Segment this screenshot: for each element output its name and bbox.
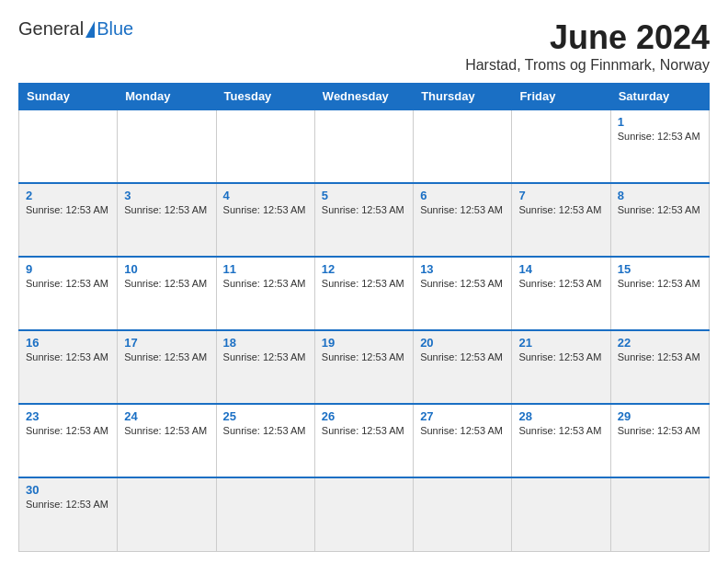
- logo: General Blue: [18, 18, 133, 40]
- sunrise-text: Sunrise: 12:53 AM: [124, 204, 207, 215]
- calendar-week-row: 23Sunrise: 12:53 AM24Sunrise: 12:53 AM25…: [19, 404, 710, 477]
- day-number: 12: [322, 262, 406, 276]
- sunrise-text: Sunrise: 12:53 AM: [618, 278, 700, 289]
- sunrise-text: Sunrise: 12:53 AM: [26, 499, 108, 510]
- sunrise-text: Sunrise: 12:53 AM: [518, 425, 601, 436]
- day-number: 17: [124, 336, 209, 350]
- calendar-day-cell: [19, 109, 118, 183]
- calendar-title: June 2024: [465, 18, 710, 57]
- calendar-week-row: 9Sunrise: 12:53 AM10Sunrise: 12:53 AM11S…: [19, 257, 710, 330]
- day-number: 13: [420, 262, 505, 276]
- sunrise-text: Sunrise: 12:53 AM: [420, 278, 503, 289]
- logo-triangle-icon: [85, 21, 95, 38]
- calendar-day-cell: [216, 109, 314, 183]
- calendar-day-cell: 25Sunrise: 12:53 AM: [216, 404, 314, 477]
- day-number: 28: [518, 409, 603, 423]
- sunrise-text: Sunrise: 12:53 AM: [322, 204, 404, 215]
- calendar-week-row: 1Sunrise: 12:53 AM: [19, 109, 710, 183]
- sunrise-text: Sunrise: 12:53 AM: [420, 425, 503, 436]
- calendar-table: SundayMondayTuesdayWednesdayThursdayFrid…: [18, 83, 710, 552]
- sunrise-text: Sunrise: 12:53 AM: [26, 351, 108, 362]
- day-number: 14: [518, 262, 603, 276]
- weekday-header-monday: Monday: [118, 84, 216, 110]
- day-number: 22: [618, 336, 702, 350]
- calendar-day-cell: 6Sunrise: 12:53 AM: [414, 183, 512, 257]
- calendar-day-cell: [314, 109, 413, 183]
- sunrise-text: Sunrise: 12:53 AM: [26, 204, 108, 215]
- calendar-day-cell: 3Sunrise: 12:53 AM: [118, 183, 216, 257]
- sunrise-text: Sunrise: 12:53 AM: [26, 278, 108, 289]
- calendar-day-cell: 12Sunrise: 12:53 AM: [314, 257, 413, 330]
- calendar-day-cell: [414, 109, 512, 183]
- day-number: 4: [223, 189, 308, 202]
- weekday-header-sunday: Sunday: [19, 84, 118, 110]
- calendar-week-row: 30Sunrise: 12:53 AM: [19, 477, 710, 551]
- calendar-day-cell: 1Sunrise: 12:53 AM: [610, 109, 709, 183]
- day-number: 18: [223, 336, 308, 350]
- day-number: 9: [26, 262, 110, 276]
- sunrise-text: Sunrise: 12:53 AM: [223, 425, 306, 436]
- calendar-day-cell: 2Sunrise: 12:53 AM: [19, 183, 118, 257]
- sunrise-text: Sunrise: 12:53 AM: [223, 204, 306, 215]
- calendar-day-cell: [216, 477, 314, 551]
- calendar-day-cell: 15Sunrise: 12:53 AM: [610, 257, 709, 330]
- day-number: 1: [618, 115, 702, 129]
- weekday-header-friday: Friday: [512, 84, 610, 110]
- day-number: 3: [124, 189, 209, 202]
- calendar-day-cell: 26Sunrise: 12:53 AM: [314, 404, 413, 477]
- calendar-day-cell: 14Sunrise: 12:53 AM: [512, 257, 610, 330]
- calendar-day-cell: 30Sunrise: 12:53 AM: [19, 477, 118, 551]
- weekday-header-row: SundayMondayTuesdayWednesdayThursdayFrid…: [19, 84, 710, 110]
- day-number: 15: [618, 262, 702, 276]
- sunrise-text: Sunrise: 12:53 AM: [124, 425, 207, 436]
- calendar-day-cell: 18Sunrise: 12:53 AM: [216, 330, 314, 404]
- calendar-day-cell: 13Sunrise: 12:53 AM: [414, 257, 512, 330]
- sunrise-text: Sunrise: 12:53 AM: [124, 351, 207, 362]
- weekday-header-thursday: Thursday: [414, 84, 512, 110]
- calendar-body: 1Sunrise: 12:53 AM2Sunrise: 12:53 AM3Sun…: [19, 109, 710, 551]
- day-number: 24: [124, 409, 209, 423]
- calendar-day-cell: 17Sunrise: 12:53 AM: [118, 330, 216, 404]
- sunrise-text: Sunrise: 12:53 AM: [518, 204, 601, 215]
- calendar-day-cell: [414, 477, 512, 551]
- sunrise-text: Sunrise: 12:53 AM: [618, 425, 700, 436]
- calendar-week-row: 2Sunrise: 12:53 AM3Sunrise: 12:53 AM4Sun…: [19, 183, 710, 257]
- sunrise-text: Sunrise: 12:53 AM: [223, 278, 306, 289]
- calendar-header: SundayMondayTuesdayWednesdayThursdayFrid…: [19, 84, 710, 110]
- calendar-day-cell: 8Sunrise: 12:53 AM: [610, 183, 709, 257]
- day-number: 6: [420, 189, 505, 202]
- day-number: 27: [420, 409, 505, 423]
- sunrise-text: Sunrise: 12:53 AM: [322, 425, 404, 436]
- day-number: 8: [618, 189, 702, 202]
- calendar-day-cell: 10Sunrise: 12:53 AM: [118, 257, 216, 330]
- sunrise-text: Sunrise: 12:53 AM: [26, 425, 108, 436]
- calendar-day-cell: 4Sunrise: 12:53 AM: [216, 183, 314, 257]
- day-number: 10: [124, 262, 209, 276]
- sunrise-text: Sunrise: 12:53 AM: [223, 351, 306, 362]
- sunrise-text: Sunrise: 12:53 AM: [420, 204, 503, 215]
- calendar-day-cell: 20Sunrise: 12:53 AM: [414, 330, 512, 404]
- calendar-day-cell: 24Sunrise: 12:53 AM: [118, 404, 216, 477]
- sunrise-text: Sunrise: 12:53 AM: [420, 351, 503, 362]
- day-number: 20: [420, 336, 505, 350]
- sunrise-text: Sunrise: 12:53 AM: [618, 131, 700, 142]
- calendar-day-cell: 7Sunrise: 12:53 AM: [512, 183, 610, 257]
- calendar-day-cell: 16Sunrise: 12:53 AM: [19, 330, 118, 404]
- weekday-header-tuesday: Tuesday: [216, 84, 314, 110]
- calendar-day-cell: 5Sunrise: 12:53 AM: [314, 183, 413, 257]
- logo-general-text: General: [18, 18, 84, 40]
- sunrise-text: Sunrise: 12:53 AM: [518, 351, 601, 362]
- logo-blue-text: Blue: [97, 18, 133, 40]
- header: General Blue June 2024 Harstad, Troms og…: [18, 18, 710, 74]
- sunrise-text: Sunrise: 12:53 AM: [322, 278, 404, 289]
- calendar-day-cell: [118, 109, 216, 183]
- day-number: 7: [518, 189, 603, 202]
- calendar-day-cell: 19Sunrise: 12:53 AM: [314, 330, 413, 404]
- calendar-day-cell: 21Sunrise: 12:53 AM: [512, 330, 610, 404]
- day-number: 26: [322, 409, 406, 423]
- calendar-subtitle: Harstad, Troms og Finnmark, Norway: [465, 57, 710, 74]
- weekday-header-saturday: Saturday: [610, 84, 709, 110]
- sunrise-text: Sunrise: 12:53 AM: [518, 278, 601, 289]
- calendar-day-cell: [512, 477, 610, 551]
- calendar-day-cell: [512, 109, 610, 183]
